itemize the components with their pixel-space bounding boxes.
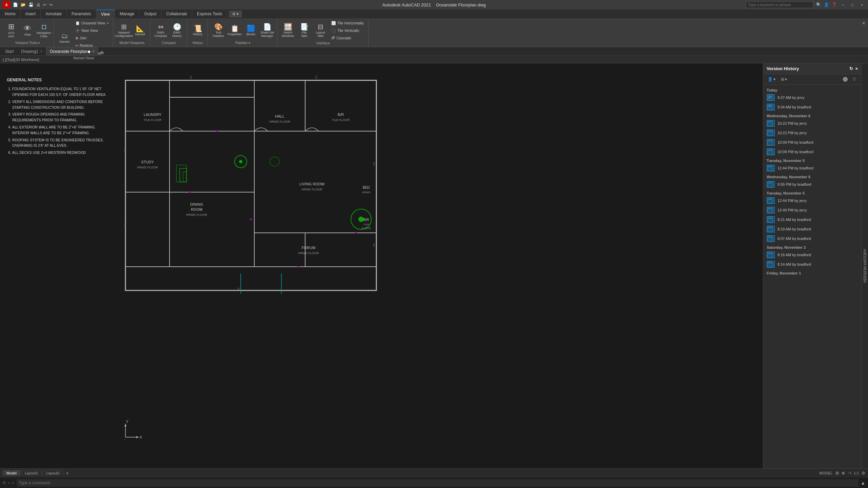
new-file-icon[interactable]: 📄 xyxy=(13,2,18,7)
command-close[interactable]: × xyxy=(8,481,10,485)
vh-refresh-button[interactable]: ↻ xyxy=(849,66,853,71)
svg-rect-58 xyxy=(768,182,772,187)
restore-button[interactable]: □ xyxy=(849,1,856,8)
history-button[interactable]: 📜 History xyxy=(190,20,205,41)
vh-entry-today-2[interactable]: 9:34 AM by bradford xyxy=(763,102,861,112)
vh-entry-tue2-5[interactable]: 8:07 AM by bradford xyxy=(763,234,861,243)
settings-icon[interactable]: ⚙ xyxy=(862,471,865,475)
vh-entry-sat-2[interactable]: 8:14 AM by bradford xyxy=(763,260,861,269)
vh-list[interactable]: Today 9:37 AM by jerry 9:34 AM by bradfo… xyxy=(763,85,861,469)
svg-marker-40 xyxy=(124,424,126,426)
view-button[interactable]: 👁 View xyxy=(20,20,35,41)
workspace-selector[interactable]: ⚙ ▾ xyxy=(229,9,242,18)
ucs-icon-button[interactable]: ⊞ UCSIcon xyxy=(3,20,19,41)
join-button[interactable]: ⊕ Join xyxy=(73,35,111,41)
palettes-label[interactable]: Palettes ▾ xyxy=(235,41,250,45)
ortho-btn[interactable]: ⊣ xyxy=(848,471,851,475)
tile-v-button[interactable]: ⬛ Tile Vertically xyxy=(329,27,366,34)
vh-entry-tue2-1[interactable]: 12:44 PM by jerry xyxy=(763,196,861,205)
user-icon[interactable]: 👤 xyxy=(824,2,829,7)
close-button[interactable]: × xyxy=(859,1,865,8)
side-tab-text[interactable]: VERSION HISTORY xyxy=(862,246,868,286)
close-panel-button[interactable]: × xyxy=(855,66,858,71)
blocks-button[interactable]: 🟦 Blocks xyxy=(243,20,259,41)
vh-entry-tue2-3[interactable]: 8:21 AM by bradford xyxy=(763,215,861,224)
navigation-cube-button[interactable]: ◻ NavigationCube xyxy=(36,20,52,41)
command-input[interactable] xyxy=(17,479,859,487)
layout1-tab[interactable]: Layout1 xyxy=(21,470,42,476)
tab-parametric[interactable]: Parametric xyxy=(67,9,96,18)
doc-tab-start[interactable]: Start xyxy=(1,47,17,56)
vh-entry-wed-3[interactable]: 10:09 PM by bradford xyxy=(763,138,861,147)
viewport-tools-label[interactable]: Viewport Tools ▾ xyxy=(15,41,40,45)
named-viewport-button[interactable]: 📐 Named xyxy=(132,20,148,41)
save-icon[interactable]: 💾 xyxy=(28,2,34,7)
open-file-icon[interactable]: 📂 xyxy=(21,2,26,7)
vh-entry-wed-4[interactable]: 10:09 PM by bradford xyxy=(763,147,861,157)
add-layout-button[interactable]: + xyxy=(64,470,71,476)
floorplan-area[interactable]: LAUNDRY TILE FLOOR B/R TILE FLOOR HALL H… xyxy=(119,63,383,301)
dwg-history-button[interactable]: 🕐 DWGHistory xyxy=(169,20,185,41)
named-views-button[interactable]: 🗂 Named xyxy=(57,28,72,48)
vh-filter-button[interactable]: ▽ xyxy=(850,76,859,83)
doc-tab-drawing1[interactable]: Drawing1 × xyxy=(17,47,46,56)
vh-entry-wed-1[interactable]: 10:22 PM by jerry xyxy=(763,119,861,128)
sheet-set-button[interactable]: 📄 Sheet SetManager xyxy=(259,20,275,41)
tab-annotate[interactable]: Annotate xyxy=(41,9,67,18)
ribbon-content: ⊞ UCSIcon 👁 View ◻ NavigationCube Viewpo… xyxy=(0,18,868,47)
tab-home[interactable]: Home xyxy=(0,9,21,18)
vh-entry-wed-2[interactable]: 10:22 PM by jerry xyxy=(763,128,861,138)
vh-entry-wed2-1[interactable]: 9:55 PM by bradford xyxy=(763,180,861,189)
vh-user-filter[interactable]: 👤 ▾ xyxy=(766,76,777,83)
doc-tab-oceanside[interactable]: Oceanside Floorplan◆ × xyxy=(46,47,98,56)
tab-view[interactable]: View xyxy=(96,9,115,18)
tool-palettes-button[interactable]: 🎨 ToolPalettes xyxy=(211,20,226,41)
vh-entry-tue1-1[interactable]: 12:44 PM by bradford xyxy=(763,163,861,173)
help-icon[interactable]: ❓ xyxy=(832,2,837,7)
model-tab[interactable]: Model xyxy=(3,470,20,476)
unsaved-view-button[interactable]: 📋 Unsaved View ▾ xyxy=(73,20,111,26)
file-tabs-button[interactable]: 📑 FileTabs xyxy=(296,20,312,41)
vh-circle-indicator xyxy=(843,77,848,82)
vh-view-toggle[interactable]: ⊞ ▾ xyxy=(779,76,789,83)
br-right-sub2: FLOOR xyxy=(361,227,371,230)
main-area: GENERAL NOTES FOUNDATION VENTILATION EQU… xyxy=(0,63,868,469)
vh-entry-tue2-2[interactable]: 12:40 PM by jerry xyxy=(763,205,861,215)
close-oceanside-tab[interactable]: × xyxy=(93,49,95,53)
tab-manage[interactable]: Manage xyxy=(115,9,139,18)
viewport-config-button[interactable]: ⊞ ViewportConfiguration xyxy=(116,20,132,41)
redo-icon[interactable]: ↪ xyxy=(49,2,53,7)
side-tab[interactable]: VERSION HISTORY xyxy=(861,63,868,469)
cascade-button[interactable]: 🗗 Cascade xyxy=(329,35,366,41)
undo-icon[interactable]: ↩ xyxy=(43,2,46,7)
vh-entry-tue2-4[interactable]: 8:19 AM by bradford xyxy=(763,224,861,234)
properties-button[interactable]: 📋 Properties xyxy=(227,20,242,41)
layout-tabs-btn[interactable]: ⊟ LayoutTabs xyxy=(313,20,328,41)
search-input[interactable] xyxy=(746,1,813,8)
add-tab-button[interactable]: + xyxy=(98,48,105,55)
snap-btn[interactable]: ⊕ xyxy=(842,471,845,475)
ucs-icon: ⊞ xyxy=(8,23,14,30)
canvas-area[interactable]: GENERAL NOTES FOUNDATION VENTILATION EQU… xyxy=(0,63,763,469)
command-expand[interactable]: ▲ xyxy=(861,480,865,486)
vh-entry-sat-1[interactable]: 8:16 AM by bradford xyxy=(763,250,861,260)
close-drawing1-tab[interactable]: × xyxy=(40,49,42,53)
tab-express-tools[interactable]: Express Tools xyxy=(192,9,227,18)
tile-h-button[interactable]: ⬜ Tile Horizontally xyxy=(329,20,366,26)
layout2-tab[interactable]: Layout2 xyxy=(42,470,63,476)
print-icon[interactable]: 🖨 xyxy=(36,2,40,7)
vh-entry-today-1[interactable]: 9:37 AM by jerry xyxy=(763,93,861,102)
minimize-button[interactable]: ─ xyxy=(840,1,846,8)
grid-btn[interactable]: ⊞ xyxy=(835,471,839,475)
tab-collaborate[interactable]: Collaborate xyxy=(161,9,192,18)
dwg-compare-button[interactable]: ⇔ DWGCompare xyxy=(153,20,169,41)
new-view-button[interactable]: ➕ New View xyxy=(73,27,111,34)
search-icon[interactable]: 🔍 xyxy=(816,2,821,7)
vh-file-icon-w4 xyxy=(767,148,775,155)
version-history-header: Version History ↻ × xyxy=(763,63,861,74)
tab-output[interactable]: Output xyxy=(139,9,161,18)
close-ribbon-panel[interactable]: × xyxy=(861,19,867,46)
switch-windows-button[interactable]: 🪟 SwitchWindows xyxy=(280,20,296,41)
tab-insert[interactable]: Insert xyxy=(21,9,41,18)
command-prompt-icon: ▷ xyxy=(12,481,15,485)
